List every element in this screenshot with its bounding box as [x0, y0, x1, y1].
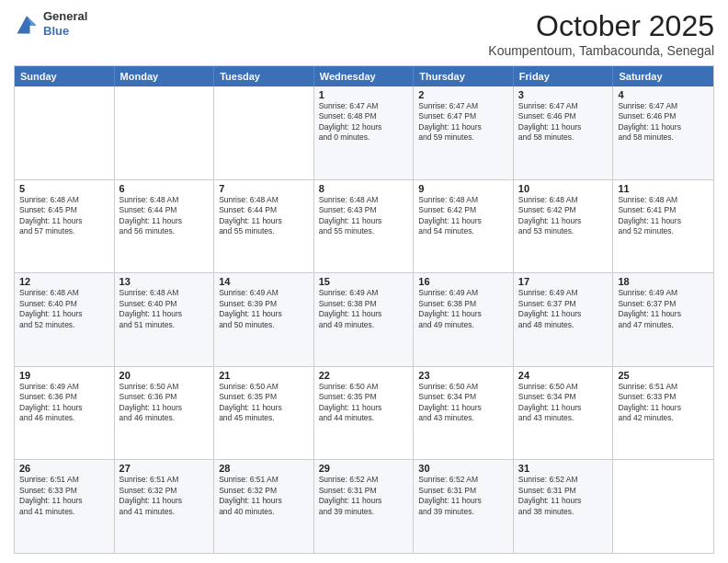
day-header: Saturday: [613, 66, 713, 86]
day-number: 9: [418, 183, 508, 194]
day-number: 16: [418, 276, 508, 287]
title-block: October 2025 Koumpentoum, Tambacounda, S…: [488, 9, 714, 58]
day-number: 28: [219, 463, 309, 474]
logo-text: General Blue: [43, 9, 87, 38]
day-cell: 23Sunrise: 6:50 AM Sunset: 6:34 PM Dayli…: [414, 367, 514, 460]
day-cell: 27Sunrise: 6:51 AM Sunset: 6:32 PM Dayli…: [115, 460, 215, 553]
day-header: Sunday: [15, 66, 115, 86]
logo-general: General: [43, 9, 87, 23]
day-number: 3: [518, 89, 609, 100]
day-number: 5: [19, 183, 109, 194]
day-info: Sunrise: 6:48 AM Sunset: 6:41 PM Dayligh…: [618, 195, 709, 237]
day-cell: 28Sunrise: 6:51 AM Sunset: 6:32 PM Dayli…: [214, 460, 314, 553]
day-info: Sunrise: 6:49 AM Sunset: 6:36 PM Dayligh…: [19, 382, 109, 424]
day-number: 19: [19, 370, 109, 381]
day-info: Sunrise: 6:52 AM Sunset: 6:31 PM Dayligh…: [418, 475, 508, 517]
day-cell: [115, 86, 215, 179]
day-number: 29: [319, 463, 409, 474]
day-info: Sunrise: 6:47 AM Sunset: 6:47 PM Dayligh…: [418, 101, 508, 144]
day-cell: 8Sunrise: 6:48 AM Sunset: 6:43 PM Daylig…: [314, 180, 415, 273]
day-cell: 9Sunrise: 6:48 AM Sunset: 6:42 PM Daylig…: [414, 180, 514, 273]
day-cell: 12Sunrise: 6:48 AM Sunset: 6:40 PM Dayli…: [15, 273, 115, 366]
day-cell: [214, 86, 314, 179]
day-info: Sunrise: 6:50 AM Sunset: 6:35 PM Dayligh…: [219, 382, 309, 424]
day-number: 30: [418, 463, 508, 474]
day-cell: 22Sunrise: 6:50 AM Sunset: 6:35 PM Dayli…: [314, 367, 415, 460]
day-number: 6: [119, 183, 210, 194]
day-header: Tuesday: [214, 66, 314, 86]
day-cell: 17Sunrise: 6:49 AM Sunset: 6:37 PM Dayli…: [514, 273, 614, 366]
day-info: Sunrise: 6:52 AM Sunset: 6:31 PM Dayligh…: [319, 475, 409, 517]
day-header: Friday: [514, 66, 614, 86]
day-info: Sunrise: 6:49 AM Sunset: 6:39 PM Dayligh…: [219, 288, 309, 330]
day-info: Sunrise: 6:51 AM Sunset: 6:33 PM Dayligh…: [618, 382, 709, 424]
week-row: 1Sunrise: 6:47 AM Sunset: 6:48 PM Daylig…: [15, 86, 713, 179]
day-number: 31: [518, 463, 609, 474]
day-info: Sunrise: 6:47 AM Sunset: 6:48 PM Dayligh…: [319, 101, 409, 144]
day-info: Sunrise: 6:50 AM Sunset: 6:34 PM Dayligh…: [418, 382, 508, 424]
day-cell: 6Sunrise: 6:48 AM Sunset: 6:44 PM Daylig…: [115, 180, 215, 273]
day-info: Sunrise: 6:48 AM Sunset: 6:45 PM Dayligh…: [19, 195, 109, 237]
day-info: Sunrise: 6:49 AM Sunset: 6:38 PM Dayligh…: [319, 288, 409, 330]
day-number: 27: [119, 463, 210, 474]
day-number: 25: [618, 370, 709, 381]
day-cell: 14Sunrise: 6:49 AM Sunset: 6:39 PM Dayli…: [214, 273, 314, 366]
day-info: Sunrise: 6:47 AM Sunset: 6:46 PM Dayligh…: [518, 101, 609, 144]
day-number: 8: [319, 183, 409, 194]
day-cell: 11Sunrise: 6:48 AM Sunset: 6:41 PM Dayli…: [613, 180, 713, 273]
day-cell: 19Sunrise: 6:49 AM Sunset: 6:36 PM Dayli…: [15, 367, 115, 460]
day-number: 1: [319, 89, 409, 100]
page: General Blue October 2025 Koumpentoum, T…: [0, 0, 728, 563]
week-row: 26Sunrise: 6:51 AM Sunset: 6:33 PM Dayli…: [15, 459, 713, 553]
day-cell: 31Sunrise: 6:52 AM Sunset: 6:31 PM Dayli…: [514, 460, 614, 553]
day-number: 26: [19, 463, 109, 474]
calendar: SundayMondayTuesdayWednesdayThursdayFrid…: [14, 65, 714, 554]
day-cell: 25Sunrise: 6:51 AM Sunset: 6:33 PM Dayli…: [613, 367, 713, 460]
day-cell: 18Sunrise: 6:49 AM Sunset: 6:37 PM Dayli…: [613, 273, 713, 366]
day-info: Sunrise: 6:48 AM Sunset: 6:44 PM Dayligh…: [219, 195, 309, 237]
day-info: Sunrise: 6:50 AM Sunset: 6:36 PM Dayligh…: [119, 382, 210, 424]
weeks: 1Sunrise: 6:47 AM Sunset: 6:48 PM Daylig…: [15, 86, 713, 553]
day-number: 4: [618, 89, 709, 100]
day-info: Sunrise: 6:50 AM Sunset: 6:35 PM Dayligh…: [319, 382, 409, 424]
day-number: 22: [319, 370, 409, 381]
day-info: Sunrise: 6:49 AM Sunset: 6:37 PM Dayligh…: [618, 288, 709, 330]
day-number: 13: [119, 276, 210, 287]
day-headers: SundayMondayTuesdayWednesdayThursdayFrid…: [15, 66, 713, 86]
day-info: Sunrise: 6:48 AM Sunset: 6:40 PM Dayligh…: [119, 288, 210, 330]
day-header: Thursday: [414, 66, 514, 86]
day-header: Monday: [115, 66, 215, 86]
day-info: Sunrise: 6:50 AM Sunset: 6:34 PM Dayligh…: [518, 382, 609, 424]
day-info: Sunrise: 6:47 AM Sunset: 6:46 PM Dayligh…: [618, 101, 709, 144]
day-number: 24: [518, 370, 609, 381]
day-info: Sunrise: 6:49 AM Sunset: 6:37 PM Dayligh…: [518, 288, 609, 330]
logo-blue: Blue: [43, 24, 69, 38]
day-info: Sunrise: 6:51 AM Sunset: 6:32 PM Dayligh…: [219, 475, 309, 517]
day-info: Sunrise: 6:48 AM Sunset: 6:42 PM Dayligh…: [418, 195, 508, 237]
day-number: 18: [618, 276, 709, 287]
day-cell: 2Sunrise: 6:47 AM Sunset: 6:47 PM Daylig…: [414, 86, 514, 179]
day-cell: 7Sunrise: 6:48 AM Sunset: 6:44 PM Daylig…: [214, 180, 314, 273]
day-cell: 13Sunrise: 6:48 AM Sunset: 6:40 PM Dayli…: [115, 273, 215, 366]
day-cell: 15Sunrise: 6:49 AM Sunset: 6:38 PM Dayli…: [314, 273, 415, 366]
day-number: 2: [418, 89, 508, 100]
day-info: Sunrise: 6:49 AM Sunset: 6:38 PM Dayligh…: [418, 288, 508, 330]
day-cell: 26Sunrise: 6:51 AM Sunset: 6:33 PM Dayli…: [15, 460, 115, 553]
day-info: Sunrise: 6:48 AM Sunset: 6:44 PM Dayligh…: [119, 195, 210, 237]
day-number: 15: [319, 276, 409, 287]
location: Koumpentoum, Tambacounda, Senegal: [488, 43, 714, 58]
day-number: 7: [219, 183, 309, 194]
day-info: Sunrise: 6:48 AM Sunset: 6:40 PM Dayligh…: [19, 288, 109, 330]
day-info: Sunrise: 6:48 AM Sunset: 6:42 PM Dayligh…: [518, 195, 609, 237]
day-info: Sunrise: 6:51 AM Sunset: 6:32 PM Dayligh…: [119, 475, 210, 517]
day-cell: 4Sunrise: 6:47 AM Sunset: 6:46 PM Daylig…: [613, 86, 713, 179]
week-row: 12Sunrise: 6:48 AM Sunset: 6:40 PM Dayli…: [15, 272, 713, 366]
day-cell: [15, 86, 115, 179]
day-cell: 1Sunrise: 6:47 AM Sunset: 6:48 PM Daylig…: [314, 86, 415, 179]
day-number: 12: [19, 276, 109, 287]
day-cell: [613, 460, 713, 553]
day-cell: 16Sunrise: 6:49 AM Sunset: 6:38 PM Dayli…: [414, 273, 514, 366]
day-number: 14: [219, 276, 309, 287]
day-cell: 3Sunrise: 6:47 AM Sunset: 6:46 PM Daylig…: [514, 86, 614, 179]
day-number: 20: [119, 370, 210, 381]
